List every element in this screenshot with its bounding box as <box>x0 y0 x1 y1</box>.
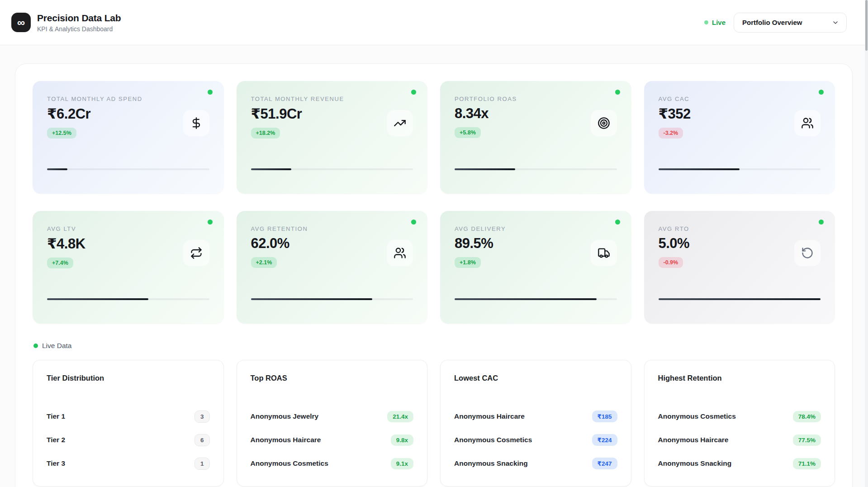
list-item: Tier 1 3 <box>47 406 210 427</box>
kpi-icon-chip <box>387 240 413 266</box>
users-icon <box>801 117 814 129</box>
kpi-progress-bar <box>251 168 292 170</box>
kpi-progress-bar <box>251 298 373 300</box>
list-item-value-pill: ₹247 <box>592 458 617 469</box>
panel-top-roas: Top ROAS Anonymous Jewelry 21.4x Anonymo… <box>237 360 428 487</box>
list-item: Anonymous Jewelry 21.4x <box>251 406 414 427</box>
live-status-dot <box>704 20 708 24</box>
list-item: Anonymous Cosmetics ₹224 <box>454 430 617 450</box>
list-item-name: Anonymous Haircare <box>454 412 525 420</box>
page-subtitle: KPI & Analytics Dashboard <box>37 25 121 33</box>
panel-title: Lowest CAC <box>454 374 617 382</box>
live-status-badge: Live <box>704 19 726 26</box>
panel-rows: Tier 1 3 Tier 2 6 Tier 3 1 <box>47 406 210 474</box>
kpi-live-dot <box>411 220 416 224</box>
truck-icon <box>598 247 610 259</box>
infinity-icon: ∞ <box>17 17 25 28</box>
kpi-icon-chip <box>387 110 413 136</box>
kpi-progress-track <box>659 168 821 170</box>
kpi-label: AVG LTV <box>47 225 209 232</box>
panel-title: Tier Distribution <box>47 374 210 382</box>
kpi-card-2: TOTAL MONTHLY REVENUE ₹51.9Cr +18.2% <box>237 81 428 194</box>
kpi-live-dot <box>208 220 213 224</box>
kpi-progress-track <box>659 298 821 300</box>
kpi-progress-track <box>47 168 209 170</box>
kpi-label: AVG DELIVERY <box>455 225 617 232</box>
kpi-live-dot <box>819 90 824 95</box>
header-right: Live Portfolio Overview <box>704 13 847 33</box>
users-icon <box>394 247 406 259</box>
panel-tier-distribution: Tier Distribution Tier 1 3 Tier 2 6 Tier… <box>33 360 224 487</box>
kpi-progress-track <box>455 298 617 300</box>
live-data-label: Live Data <box>42 342 71 350</box>
kpi-live-dot <box>208 90 213 95</box>
list-item-value-pill: 9.8x <box>391 434 413 446</box>
list-item: Anonymous Haircare ₹185 <box>454 406 617 427</box>
kpi-progress-track <box>47 298 209 300</box>
kpi-card-4: AVG CAC ₹352 -3.2% <box>644 81 835 194</box>
list-item: Anonymous Snacking 71.1% <box>658 453 821 474</box>
kpi-card-8: AVG RTO 5.0% -0.9% <box>644 211 835 324</box>
kpi-delta-badge: +5.8% <box>455 127 481 138</box>
list-item: Anonymous Haircare 77.5% <box>658 430 821 450</box>
vertical-scrollbar-track[interactable] <box>865 0 868 487</box>
chevron-down-icon <box>832 19 839 26</box>
kpi-card-3: PORTFOLIO ROAS 8.34x +5.8% <box>440 81 631 194</box>
kpi-icon-chip <box>591 110 617 136</box>
summary-panel-grid: Tier Distribution Tier 1 3 Tier 2 6 Tier… <box>33 360 835 487</box>
kpi-live-dot <box>615 90 620 95</box>
trending-up-icon <box>394 117 406 129</box>
list-item-value-pill: 78.4% <box>793 411 821 422</box>
kpi-label: AVG RTO <box>659 225 821 232</box>
list-item-value-pill: 6 <box>194 434 210 446</box>
kpi-progress-bar <box>47 168 67 170</box>
list-item: Anonymous Snacking ₹247 <box>454 453 617 474</box>
panel-rows: Anonymous Jewelry 21.4x Anonymous Hairca… <box>251 406 414 474</box>
page-title: Precision Data Lab <box>37 13 121 24</box>
list-item-value-pill: 77.5% <box>793 434 821 446</box>
panel-highest-retention: Highest Retention Anonymous Cosmetics 78… <box>644 360 835 487</box>
kpi-progress-bar <box>455 298 597 300</box>
kpi-grid: TOTAL MONTHLY AD SPEND ₹6.2Cr +12.5% TOT… <box>33 81 835 324</box>
kpi-delta-badge: +1.8% <box>455 257 481 268</box>
kpi-icon-chip <box>794 110 821 136</box>
kpi-icon-chip <box>183 110 209 136</box>
dollar-icon <box>190 117 203 129</box>
kpi-label: AVG CAC <box>659 95 821 102</box>
panel-lowest-cac: Lowest CAC Anonymous Haircare ₹185 Anony… <box>440 360 631 487</box>
list-item: Anonymous Cosmetics 9.1x <box>251 453 414 474</box>
list-item-value-pill: ₹185 <box>592 411 617 422</box>
app-logo: ∞ <box>11 13 31 32</box>
repeat-icon <box>190 247 203 259</box>
rotate-ccw-icon <box>801 247 814 259</box>
kpi-card-5: AVG LTV ₹4.8K +7.4% <box>33 211 224 324</box>
list-item-value-pill: 9.1x <box>391 458 413 469</box>
kpi-card-1: TOTAL MONTHLY AD SPEND ₹6.2Cr +12.5% <box>33 81 224 194</box>
kpi-label: TOTAL MONTHLY AD SPEND <box>47 95 209 102</box>
title-block: Precision Data Lab KPI & Analytics Dashb… <box>37 13 121 33</box>
panel-rows: Anonymous Haircare ₹185 Anonymous Cosmet… <box>454 406 617 474</box>
list-item: Tier 2 6 <box>47 430 210 450</box>
list-item: Anonymous Cosmetics 78.4% <box>658 406 821 427</box>
live-data-indicator: Live Data <box>33 341 835 351</box>
kpi-icon-chip <box>794 240 821 266</box>
kpi-card-6: AVG RETENTION 62.0% +2.1% <box>237 211 428 324</box>
list-item-name: Anonymous Cosmetics <box>454 436 532 444</box>
kpi-live-dot <box>411 90 416 95</box>
list-item-value-pill: 21.4x <box>387 411 413 422</box>
list-item-name: Anonymous Cosmetics <box>658 412 736 420</box>
view-selector-dropdown[interactable]: Portfolio Overview <box>734 13 847 33</box>
list-item-name: Anonymous Cosmetics <box>251 459 328 468</box>
live-data-dot <box>33 344 38 348</box>
kpi-progress-track <box>251 298 413 300</box>
kpi-progress-bar <box>455 168 515 170</box>
kpi-delta-badge: +12.5% <box>47 128 76 138</box>
list-item-value-pill: 3 <box>194 411 210 423</box>
kpi-progress-bar <box>659 168 740 170</box>
list-item-name: Tier 2 <box>47 436 65 444</box>
kpi-label: TOTAL MONTHLY REVENUE <box>251 95 413 102</box>
kpi-live-dot <box>819 220 824 224</box>
vertical-scrollbar-thumb[interactable] <box>865 0 868 51</box>
list-item-name: Anonymous Snacking <box>454 459 528 468</box>
list-item-value-pill: 71.1% <box>793 458 821 469</box>
